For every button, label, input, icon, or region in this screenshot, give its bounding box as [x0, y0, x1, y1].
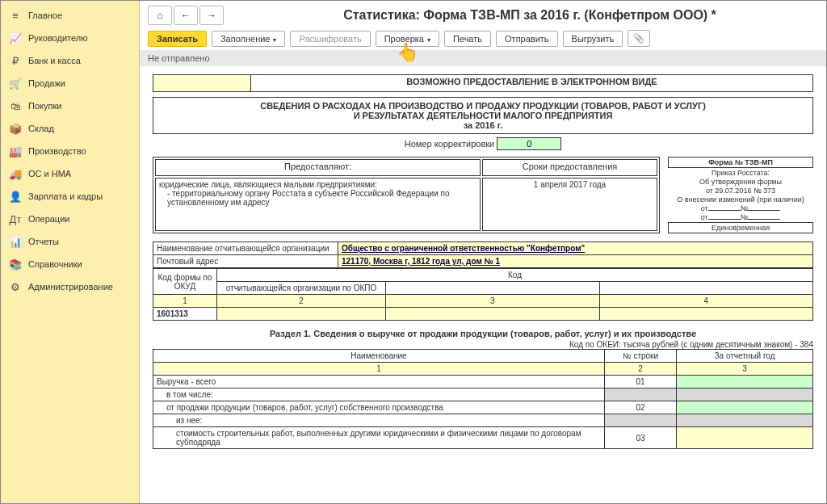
- sidebar-item-9[interactable]: ДтОперации: [1, 208, 139, 230]
- sidebar-item-7[interactable]: 🚚ОС и НМА: [1, 162, 139, 185]
- send-button[interactable]: Отправить: [496, 31, 558, 47]
- sidebar-item-10[interactable]: 📊Отчеты: [1, 230, 139, 253]
- sidebar-item-1[interactable]: 📈Руководителю: [1, 27, 139, 49]
- page-title: Статистика: Форма ТЗВ-МП за 2016 г. (Кон…: [241, 8, 818, 23]
- electronic-header: ВОЗМОЖНО ПРЕДОСТАВЛЕНИЕ В ЭЛЕКТРОННОМ ВИ…: [251, 74, 813, 92]
- org-name-cell[interactable]: Общество с ограниченной ответственностью…: [338, 242, 813, 255]
- provide-table: Предоставляют:Сроки предоставления юриди…: [153, 157, 660, 233]
- form-info-box: Форма № ТЗВ-МП Приказ Росстата: Об утвер…: [668, 157, 813, 233]
- sidebar-icon: 🏭: [9, 145, 22, 158]
- sidebar-icon: 👤: [9, 190, 22, 203]
- sidebar-label: Отчеты: [28, 237, 59, 246]
- sidebar-label: Зарплата и кадры: [28, 191, 103, 201]
- back-button[interactable]: ←: [174, 6, 198, 25]
- home-button[interactable]: ⌂: [148, 6, 172, 25]
- address-cell[interactable]: 121170, Москва г, 1812 года ул, дом № 1: [338, 255, 813, 268]
- sidebar-label: Покупки: [28, 101, 61, 111]
- sidebar-label: Банк и касса: [28, 56, 81, 65]
- fill-button[interactable]: Заполнение▾: [212, 31, 286, 47]
- upload-button[interactable]: Выгрузить: [563, 31, 623, 47]
- status-bar: Не отправлено ✦ 👆: [140, 50, 826, 66]
- header-left-cell[interactable]: [153, 74, 251, 92]
- sidebar: ≡Главное📈Руководителю₽Банк и касса🛒Прода…: [1, 1, 140, 503]
- print-button[interactable]: Печать: [444, 31, 491, 47]
- attach-button[interactable]: 📎: [628, 30, 650, 47]
- sidebar-item-11[interactable]: 📚Справочники: [1, 253, 139, 275]
- sidebar-icon: 🚚: [9, 167, 22, 180]
- sidebar-label: Главное: [28, 10, 62, 20]
- sidebar-item-4[interactable]: 🛍Покупки: [1, 94, 139, 117]
- decode-button[interactable]: Расшифровать: [290, 31, 370, 47]
- check-button[interactable]: Проверка▾: [376, 31, 439, 47]
- sidebar-label: Операции: [28, 214, 69, 224]
- sidebar-item-6[interactable]: 🏭Производство: [1, 140, 139, 162]
- sidebar-label: Администрирование: [28, 282, 113, 292]
- sparkle-icon: ✦: [398, 45, 409, 61]
- sidebar-icon: Дт: [9, 212, 22, 225]
- sidebar-label: Справочники: [28, 259, 82, 269]
- sidebar-item-3[interactable]: 🛒Продажи: [1, 72, 139, 94]
- sidebar-item-5[interactable]: 📦Склад: [1, 117, 139, 140]
- sidebar-icon: 📊: [9, 235, 22, 248]
- sidebar-icon: 📦: [9, 122, 22, 135]
- sidebar-item-0[interactable]: ≡Главное: [1, 4, 139, 27]
- okei-label: Код по ОКЕИ: тысяча рублей (с одним деся…: [153, 340, 813, 349]
- document-area[interactable]: ВОЗМОЖНО ПРЕДОСТАВЛЕНИЕ В ЭЛЕКТРОННОМ ВИ…: [140, 66, 826, 503]
- sidebar-icon: 📈: [9, 32, 22, 44]
- sidebar-label: Руководителю: [28, 33, 87, 43]
- toolbar: Записать Заполнение▾ Расшифровать Провер…: [140, 27, 826, 50]
- sidebar-icon: ⚙: [9, 280, 22, 293]
- forward-button[interactable]: →: [199, 6, 224, 25]
- sidebar-item-12[interactable]: ⚙Администрирование: [1, 275, 139, 298]
- sidebar-label: Производство: [28, 146, 86, 156]
- org-table: Наименование отчитывающейся организации …: [153, 242, 813, 268]
- sidebar-icon: 🛒: [9, 77, 22, 90]
- sidebar-icon: ≡: [9, 9, 22, 22]
- row03-value[interactable]: [677, 427, 813, 449]
- main-header-box: СВЕДЕНИЯ О РАСХОДАХ НА ПРОИЗВОДСТВО И ПР…: [153, 97, 813, 134]
- sidebar-label: ОС и НМА: [28, 169, 71, 178]
- correction-value[interactable]: 0: [497, 137, 561, 150]
- code-table: Код формы по ОКУД Код отчитывающейся орг…: [153, 268, 813, 321]
- sidebar-item-8[interactable]: 👤Зарплата и кадры: [1, 185, 139, 208]
- sidebar-item-2[interactable]: ₽Банк и касса: [1, 49, 139, 72]
- sidebar-icon: 📚: [9, 258, 22, 271]
- save-button[interactable]: Записать: [148, 31, 207, 47]
- row01-value[interactable]: [677, 376, 813, 388]
- sidebar-label: Склад: [28, 124, 54, 133]
- sidebar-icon: ₽: [9, 54, 22, 67]
- correction-row: Номер корректировки 0: [153, 137, 813, 150]
- data-table: Наименование№ строкиЗа отчетный год 123 …: [153, 349, 813, 449]
- okpo-cell[interactable]: [217, 308, 386, 321]
- row02-value[interactable]: [677, 401, 813, 414]
- section1-title: Раздел 1. Сведения о выручке от продажи …: [153, 329, 813, 338]
- sidebar-label: Продажи: [28, 78, 65, 88]
- title-bar: ⌂ ← → Статистика: Форма ТЗВ-МП за 2016 г…: [140, 1, 826, 27]
- sidebar-icon: 🛍: [9, 99, 22, 112]
